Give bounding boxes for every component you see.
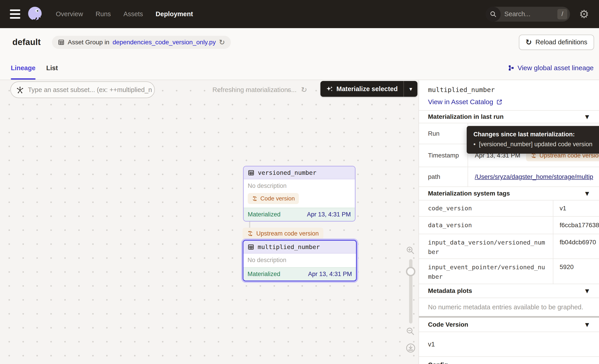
code-version-badge: Code version: [248, 193, 299, 204]
view-global-asset-lineage-link[interactable]: View global asset lineage: [508, 64, 594, 72]
table-icon: [247, 244, 254, 250]
table-row: code_version v1: [419, 200, 599, 217]
asset-node-versioned-number[interactable]: versioned_number No description C: [243, 166, 355, 222]
section-label: Metadata plots: [428, 287, 472, 295]
chevron-down-icon[interactable]: ▼: [585, 322, 589, 328]
code-version-badge-label: Code version: [260, 195, 295, 202]
gear-icon[interactable]: ⚙: [579, 9, 589, 20]
view-in-asset-catalog-label: View in Asset Catalog: [428, 98, 493, 106]
tooltip-title: Changes since last materialization:: [474, 131, 599, 138]
chevron-down-icon[interactable]: ▼: [585, 288, 589, 294]
search-input[interactable]: [501, 10, 557, 18]
refresh-icon[interactable]: ↻: [301, 86, 307, 94]
upstream-code-version-label: Upstream code version: [256, 230, 319, 237]
zoom-in-icon[interactable]: [406, 246, 416, 256]
dagster-app: Overview Runs Assets Deployment / ⚙ defa…: [0, 0, 599, 364]
tag-key: input_event_pointer/versioned_number: [419, 259, 553, 284]
tag-key: data_version: [419, 217, 553, 234]
nav-item-deployment[interactable]: Deployment: [156, 10, 193, 18]
table-row: input_data_version/versioned_number fb04…: [419, 234, 599, 259]
asset-details-sidebar: multiplied_number View in Asset Catalog …: [419, 80, 599, 364]
nav-item-assets[interactable]: Assets: [123, 10, 143, 18]
hamburger-menu-icon[interactable]: [10, 9, 20, 19]
materialized-timestamp[interactable]: Apr 13, 4:31 PM: [308, 271, 352, 277]
external-link-icon: [496, 99, 502, 105]
section-divider: [419, 316, 599, 318]
asset-subset-input[interactable]: [27, 86, 152, 94]
section-label: Code Version: [428, 321, 468, 328]
asset-node-description: No description: [247, 257, 352, 264]
tag-value: v1: [553, 200, 599, 216]
tooltip-item: [versioned_number] updated code version: [479, 141, 592, 148]
zoom-slider[interactable]: [409, 259, 413, 323]
asset-node-multiplied-number[interactable]: multiplied_number No description Materia…: [243, 240, 357, 281]
materialize-dropdown-caret[interactable]: ▾: [404, 81, 417, 97]
section-materialization-system-tags[interactable]: Materialization system tags ▼: [419, 187, 599, 200]
refresh-icon[interactable]: ↻: [219, 38, 225, 47]
global-search[interactable]: /: [486, 7, 570, 22]
section-config[interactable]: Config: [419, 357, 599, 364]
dagster-logo-icon[interactable]: [26, 6, 43, 23]
top-nav: Overview Runs Assets Deployment / ⚙: [0, 0, 599, 28]
chevron-down-icon[interactable]: ▼: [585, 191, 589, 196]
asset-group-prefix: Asset Group in: [68, 39, 109, 46]
sidebar-header: multiplied_number View in Asset Catalog: [419, 80, 599, 111]
page-title: default: [12, 37, 41, 47]
view-in-asset-catalog-link[interactable]: View in Asset Catalog: [428, 98, 502, 106]
tag-key: input_data_version/versioned_number: [419, 234, 553, 259]
asset-node-header: versioned_number: [244, 166, 355, 179]
zoom-out-icon[interactable]: [406, 327, 416, 337]
tag-key: code_version: [419, 200, 553, 216]
asset-subset-filter[interactable]: [10, 81, 155, 98]
refresh-status-label: Refreshing materializations...: [212, 86, 297, 94]
chevron-down-icon[interactable]: ▼: [585, 114, 589, 120]
section-code-version[interactable]: Code Version ▼: [419, 318, 599, 332]
asset-node-footer: Materialized Apr 13, 4:31 PM: [244, 267, 356, 281]
search-shortcut-key: /: [557, 9, 567, 19]
materialized-status: Materialized: [247, 271, 280, 277]
zoom-slider-handle[interactable]: [406, 267, 415, 276]
bullet: •: [474, 141, 476, 148]
code-version-icon: [252, 196, 258, 202]
tag-value: fb04dcb6970: [553, 234, 599, 259]
section-metadata-plots[interactable]: Metadata plots ▼: [419, 284, 599, 298]
selected-asset-name: multiplied_number: [428, 86, 599, 94]
asset-group-icon: [58, 39, 65, 46]
changes-tooltip: Changes since last materialization: • [v…: [467, 126, 599, 154]
row-label: path: [419, 167, 468, 187]
upstream-code-version-badge: Upstream code version: [243, 228, 323, 239]
code-version-icon: [247, 230, 253, 237]
download-view-icon[interactable]: [405, 343, 416, 353]
refresh-icon: ↻: [526, 38, 532, 47]
asset-node-title: multiplied_number: [258, 243, 320, 250]
section-materialization-in-last-run[interactable]: Materialization in last run ▼: [419, 111, 599, 123]
metadata-empty-state: No numeric metadata entries available to…: [419, 298, 599, 316]
op-selector-icon: [16, 86, 24, 94]
code-version-value: v1: [419, 332, 599, 357]
tab-lineage[interactable]: Lineage: [11, 56, 35, 80]
path-link[interactable]: /Users/sryza/dagster_home/storage/multip: [475, 173, 593, 181]
row-label: Run: [419, 123, 468, 144]
reload-definitions-label: Reload definitions: [535, 38, 587, 46]
asset-group-file-link[interactable]: dependencies_code_version_only.py: [113, 39, 216, 46]
row-label: Timestamp: [419, 144, 468, 167]
asset-group-chip[interactable]: Asset Group in dependencies_code_version…: [52, 36, 231, 49]
tabs-row: Lineage List View global asset lineage: [0, 56, 599, 80]
asset-node-footer: Materialized Apr 13, 4:31 PM: [244, 208, 355, 221]
table-icon: [248, 169, 255, 176]
materialize-selected-button[interactable]: Materialize selected ▾: [320, 81, 417, 97]
nav-item-overview[interactable]: Overview: [56, 10, 83, 18]
asset-node-title: versioned_number: [258, 169, 316, 176]
main-content: Refreshing materializations... ↻ Materia…: [0, 80, 599, 364]
asset-graph-canvas[interactable]: Refreshing materializations... ↻ Materia…: [0, 80, 419, 364]
asset-node-description: No description: [248, 182, 351, 190]
tag-value: f6ccba177638: [553, 217, 599, 234]
tab-list[interactable]: List: [46, 56, 58, 80]
search-icon: [486, 7, 501, 22]
table-row: input_event_pointer/versioned_number 592…: [419, 259, 599, 284]
view-global-asset-lineage-label: View global asset lineage: [518, 64, 594, 72]
nav-item-runs[interactable]: Runs: [96, 10, 111, 18]
materialized-timestamp[interactable]: Apr 13, 4:31 PM: [307, 211, 351, 218]
reload-definitions-button[interactable]: ↻ Reload definitions: [519, 35, 594, 50]
table-row: path /Users/sryza/dagster_home/storage/m…: [419, 167, 599, 187]
